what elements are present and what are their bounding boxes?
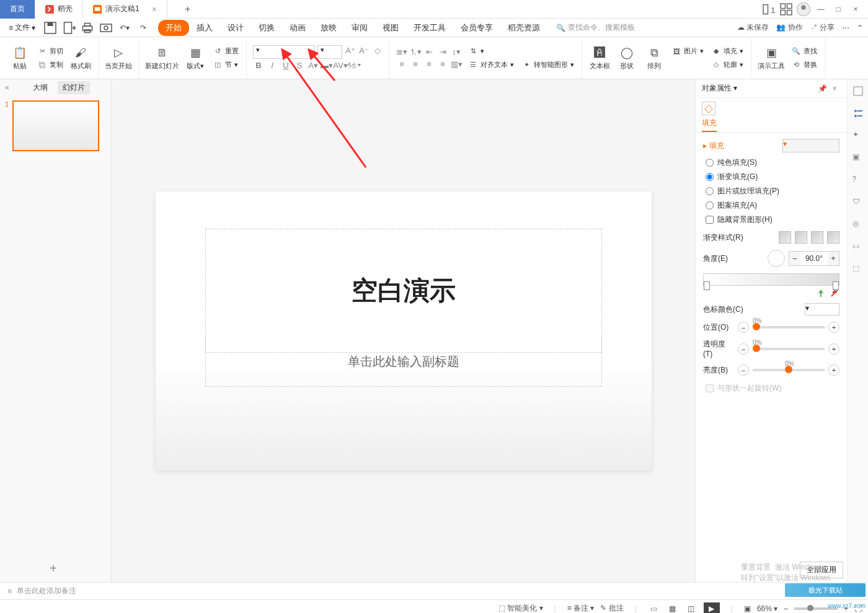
replace-button[interactable]: ⟲替换: [790, 59, 818, 71]
avatar-icon[interactable]: [796, 2, 811, 17]
position-decrease[interactable]: –: [738, 322, 749, 333]
close-button[interactable]: ×: [848, 2, 863, 17]
transparency-decrease[interactable]: –: [738, 343, 749, 355]
outline-tab[interactable]: 大纲: [28, 81, 53, 94]
radio-gradient-fill[interactable]: 渐变填充(G): [703, 172, 839, 182]
rail-properties-icon[interactable]: [852, 108, 864, 119]
paste-button[interactable]: 📋粘贴: [6, 45, 33, 71]
notes-toggle[interactable]: ≡ 备注 ▾: [567, 603, 595, 613]
zoom-value[interactable]: 66% ▾: [757, 604, 777, 613]
strike-icon[interactable]: S: [294, 60, 305, 71]
tab-document[interactable]: 演示文稿1 ×: [83, 0, 167, 19]
comments-toggle[interactable]: ✎ 批注: [600, 603, 623, 613]
save-icon[interactable]: [43, 20, 58, 35]
bold-icon[interactable]: B: [253, 60, 264, 71]
canvas-area[interactable]: 空白演示 单击此处输入副标题: [112, 79, 695, 582]
maximize-button[interactable]: □: [831, 2, 846, 17]
rail-template-icon[interactable]: [852, 86, 864, 97]
align-right-icon[interactable]: ≡: [423, 59, 435, 70]
highlight-icon[interactable]: ▬▾: [321, 60, 332, 71]
bullets-icon[interactable]: ≣▾: [396, 46, 407, 58]
rail-screen-icon[interactable]: ▣: [852, 152, 864, 164]
angle-decrease[interactable]: –: [789, 252, 800, 265]
ribbon-tab-transition[interactable]: 切换: [251, 20, 282, 36]
brightness-decrease[interactable]: –: [738, 364, 749, 376]
transparency-increase[interactable]: +: [828, 343, 839, 355]
rail-read-icon[interactable]: ▭: [852, 242, 864, 253]
add-stop-icon[interactable]: [816, 288, 826, 298]
rail-security-icon[interactable]: 🛡: [852, 197, 864, 208]
outline-button[interactable]: ◇轮廓▾: [710, 59, 745, 71]
align-left-icon[interactable]: ≡: [396, 59, 407, 70]
stop-color-picker[interactable]: ▾: [805, 303, 839, 315]
ribbon-tab-vip[interactable]: 会员专享: [453, 20, 500, 36]
fill-tab-icon[interactable]: [702, 102, 715, 115]
slide[interactable]: 空白演示 单击此处输入副标题: [156, 192, 652, 470]
rail-star-icon[interactable]: ✦: [852, 130, 864, 141]
slideshow-button[interactable]: ▶: [704, 602, 720, 614]
gradient-bar[interactable]: [703, 273, 839, 286]
present-tool-button[interactable]: ▣演示工具: [755, 45, 787, 71]
ribbon-tab-devtools[interactable]: 开发工具: [406, 20, 453, 36]
view-sorter-icon[interactable]: ▦: [666, 602, 679, 614]
align-justify-icon[interactable]: ≡: [437, 59, 448, 70]
shape-button[interactable]: ◯形状: [613, 45, 640, 71]
new-tab-button[interactable]: +: [167, 0, 208, 19]
decrease-font-icon[interactable]: A⁻: [358, 45, 370, 56]
char-spacing-icon[interactable]: AV▾: [335, 60, 346, 71]
font-size-select[interactable]: ▾: [317, 45, 342, 59]
tab-daoke[interactable]: 稻壳: [35, 0, 83, 19]
position-slider[interactable]: 0%: [753, 326, 825, 329]
title-placeholder[interactable]: 空白演示: [205, 229, 602, 353]
section-button[interactable]: ◫节▾: [211, 59, 240, 71]
view-reading-icon[interactable]: ◫: [685, 602, 698, 614]
fill-tab-label[interactable]: 填充: [702, 118, 717, 132]
align-center-icon[interactable]: ≡: [410, 59, 421, 70]
notes-bar[interactable]: ≡ 单击此处添加备注: [0, 582, 868, 599]
panel-close-icon[interactable]: ×: [828, 84, 841, 93]
font-effects-icon[interactable]: ⅍▾: [348, 60, 360, 71]
tab-close-icon[interactable]: ×: [152, 4, 157, 14]
picture-button[interactable]: 🖼图片▾: [670, 45, 705, 58]
more-menu-icon[interactable]: ⋯: [842, 24, 849, 32]
increase-font-icon[interactable]: A⁺: [345, 45, 356, 56]
align-text-button[interactable]: ☰对齐文本▾: [467, 59, 515, 71]
find-button[interactable]: 🔍查找: [790, 45, 818, 58]
fit-icon[interactable]: ▣: [744, 604, 751, 613]
brightness-slider[interactable]: 0%: [753, 369, 825, 371]
gradstyle-1[interactable]: [779, 231, 791, 244]
ribbon-tab-insert[interactable]: 插入: [189, 20, 220, 36]
pin-icon[interactable]: 📌: [816, 84, 828, 93]
subtitle-placeholder[interactable]: 单击此处输入副标题: [205, 337, 602, 387]
export-icon[interactable]: [61, 20, 76, 35]
indent-dec-icon[interactable]: ⇤: [423, 46, 435, 58]
collab-button[interactable]: 👥 协作: [776, 22, 802, 33]
tab-home[interactable]: 首页: [0, 0, 35, 19]
radio-pattern-fill[interactable]: 图案填充(A): [703, 200, 839, 211]
apps-icon[interactable]: [779, 2, 794, 17]
gradient-stop-1[interactable]: [704, 281, 710, 290]
view-normal-icon[interactable]: ▭: [648, 602, 660, 614]
cut-button[interactable]: ✂剪切: [36, 45, 64, 58]
zoom-out-icon[interactable]: –: [784, 604, 788, 613]
columns-icon[interactable]: ▥▾: [451, 59, 462, 70]
reading-mode-icon[interactable]: 1: [761, 2, 776, 17]
gradstyle-2[interactable]: [795, 231, 807, 244]
line-spacing-icon[interactable]: ↕▾: [451, 46, 462, 58]
search-input[interactable]: 🔍 查找命令、搜索模板: [556, 22, 635, 33]
angle-dial[interactable]: [768, 250, 785, 267]
transparency-slider[interactable]: 0%: [753, 348, 825, 350]
clear-format-icon[interactable]: ◇: [372, 45, 383, 56]
text-direction-button[interactable]: ⇅▾: [467, 45, 515, 58]
underline-icon[interactable]: U: [280, 60, 291, 71]
textbox-button[interactable]: 🅰文本框: [586, 45, 613, 71]
rail-cube-icon[interactable]: ⬚: [852, 264, 864, 275]
redo-icon[interactable]: ↷: [136, 20, 151, 35]
indent-inc-icon[interactable]: ⇥: [437, 46, 448, 58]
gradstyle-4[interactable]: [827, 231, 839, 244]
ribbon-tab-start[interactable]: 开始: [158, 20, 189, 36]
smart-shape-button[interactable]: ✦转智能图形▾: [520, 59, 575, 71]
ribbon-tab-resources[interactable]: 稻壳资源: [500, 20, 547, 36]
numbering-icon[interactable]: ⒈▾: [410, 46, 421, 58]
checkbox-hide-bg[interactable]: 隐藏背景图形(H): [703, 214, 839, 225]
